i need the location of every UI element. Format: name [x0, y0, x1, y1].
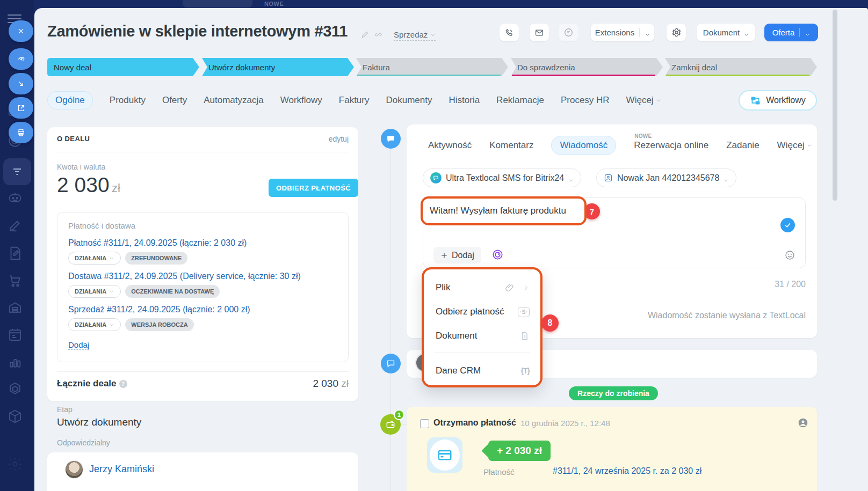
tab-historia[interactable]: Historia — [449, 95, 480, 106]
menu-item-dokument[interactable]: Dokument — [436, 329, 530, 342]
payment-tile — [427, 437, 462, 473]
sms-recipient-select[interactable]: Nowak Jan 442012345678 — [596, 168, 736, 187]
copy-link-icon[interactable] — [374, 30, 384, 40]
copilot-button[interactable] — [491, 248, 504, 263]
payment-amount-text: + 2 030 zł — [497, 445, 542, 457]
actions-dropdown[interactable]: DZIAŁANIA — [68, 252, 121, 265]
stage-faktura[interactable]: Faktura — [356, 58, 508, 76]
hexagon-icon[interactable] — [4, 378, 26, 400]
tab-automatyzacja[interactable]: Automatyzacja — [204, 95, 264, 106]
divider — [639, 28, 640, 37]
ai-chat-icon — [563, 27, 574, 38]
hint-step-badge-8: 8 — [541, 314, 559, 332]
tl-tab-wiecej[interactable]: Więcej — [777, 140, 813, 151]
owner-avatar[interactable] — [65, 460, 83, 479]
tl-tab-wiadomosc[interactable]: Wiadomość — [551, 136, 616, 155]
add-attachment-button[interactable]: Dodaj — [433, 247, 481, 263]
entry-author-button[interactable] — [798, 417, 808, 430]
copilot-icon — [491, 248, 504, 261]
chevron-down-icon — [568, 175, 574, 181]
print-button[interactable] — [9, 122, 33, 143]
stage-do-sprawdzenia[interactable]: Do sprawdzenia — [511, 58, 663, 76]
topband-nowe-label: NOWE — [264, 1, 284, 7]
pipeline-category-select[interactable]: Sprzedaż — [394, 30, 436, 41]
total-deals-currency: zł — [341, 378, 349, 389]
owner-field-label: Odpowiedzialny — [57, 438, 110, 447]
payment-item-link[interactable]: Płatność #311/1, 24.09.2025 (łącznie: 2 … — [68, 238, 247, 248]
actions-dropdown[interactable]: DZIAŁANIA — [68, 318, 121, 331]
bar-chart-icon[interactable] — [4, 351, 26, 373]
wallet-icon — [385, 419, 396, 430]
tab-dokumenty[interactable]: Dokumenty — [386, 95, 432, 106]
delivery-item-link[interactable]: Dostawa #311/2, 24.09.2025 (Delivery ser… — [68, 272, 301, 281]
robot-icon[interactable] — [4, 187, 26, 208]
warehouse-icon[interactable] — [4, 297, 26, 318]
tab-ogolne[interactable]: Ogólne — [47, 91, 93, 109]
tl-tab-komentarz[interactable]: Komentarz — [489, 140, 533, 151]
cart-icon[interactable] — [4, 270, 26, 291]
close-panel-button[interactable] — [9, 20, 33, 42]
document-icon — [520, 331, 530, 341]
tab-faktury[interactable]: Faktury — [339, 95, 370, 106]
chevron-down-icon — [743, 30, 749, 35]
collapse-button[interactable] — [9, 73, 33, 94]
tab-reklamacje[interactable]: Reklamacje — [496, 95, 544, 106]
tab-produkty[interactable]: Produkty — [110, 95, 146, 106]
ai-chat-button[interactable] — [559, 24, 578, 41]
extensions-dropdown[interactable]: Extensions — [591, 24, 654, 41]
owner-name-link[interactable]: Jerzy Kamiński — [89, 464, 154, 475]
entry-checkbox[interactable] — [420, 419, 429, 428]
stage-nowy-deal[interactable]: Nowy deal — [47, 58, 199, 76]
add-attachment-label: Dodaj — [452, 251, 474, 260]
actions-dropdown[interactable]: DZIAŁANIA — [68, 285, 121, 298]
call-button[interactable] — [500, 24, 519, 41]
signature-pen-icon[interactable] — [4, 215, 26, 236]
menu-item-odbierz-platnosc[interactable]: Odbierz płatność ·S· — [436, 305, 530, 318]
menu-item-dane-crm[interactable]: Dane CRM {T} — [436, 364, 530, 377]
stage-underline — [666, 75, 809, 76]
connector-line — [400, 363, 407, 363]
tl-tab-zadanie[interactable]: Zadanie — [726, 140, 759, 151]
settings-button[interactable] — [667, 24, 686, 41]
stage-field-label: Etap — [57, 405, 73, 414]
copy-link-button[interactable] — [9, 48, 33, 70]
sale-item-link[interactable]: Sprzedaż #311/2, 24.09.2025 (łącznie: 2 … — [68, 305, 250, 314]
dokument-dropdown[interactable]: Dokument — [697, 24, 755, 41]
edit-title-icon[interactable] — [360, 30, 370, 40]
tab-procesy-hr[interactable]: Procesy HR — [561, 95, 610, 106]
oferta-split-button[interactable]: Oferta — [764, 24, 818, 41]
menu-item-plik[interactable]: Plik — [436, 281, 530, 294]
amount-label: Kwota i waluta — [57, 163, 105, 171]
edit-deal-link[interactable]: edytuj — [329, 135, 349, 143]
sidebar-item-active-funnel[interactable] — [3, 158, 31, 185]
add-payment-link[interactable]: Dodaj — [68, 340, 89, 350]
workflowy-button[interactable]: Workflowy — [739, 90, 817, 111]
scrollbar[interactable] — [833, 10, 837, 201]
tab-workflowy[interactable]: Workflowy — [280, 95, 322, 106]
person-filled-icon — [798, 417, 808, 428]
emoji-button[interactable] — [784, 250, 795, 263]
chevron-down-icon — [724, 175, 729, 181]
payment-amount-badge: + 2 030 zł — [488, 441, 551, 461]
calendar-icon[interactable] — [4, 324, 26, 346]
package-box-icon[interactable] — [4, 406, 26, 427]
tab-wiecej[interactable]: Więcej — [626, 95, 662, 106]
message-input-highlighted[interactable]: Witam! Wysyłam fakturę produktu — [421, 196, 587, 225]
tab-oferty[interactable]: Oferty — [162, 95, 187, 106]
gear-dim-icon[interactable] — [4, 453, 26, 475]
help-icon[interactable] — [119, 380, 127, 388]
sms-provider-select[interactable]: Ultra Textlocal SMS for Bitrix24 — [423, 168, 581, 187]
tl-tab-aktywnosc[interactable]: Aktywność — [428, 140, 472, 151]
email-button[interactable] — [530, 24, 549, 41]
stage-zamknij-deal[interactable]: Zamknij deal — [665, 58, 817, 76]
oferta-label: Oferta — [772, 28, 795, 37]
receive-payment-button[interactable]: ODBIERZ PŁATNOŚĆ — [269, 179, 358, 197]
payment-row-link[interactable]: #311/1, 24 września 2025 r. za 2 030 zł — [553, 466, 701, 476]
stage-utworz-dokumenty[interactable]: Utwórz dokumenty — [202, 58, 354, 76]
divider — [57, 371, 349, 372]
tl-tab-rezerwacja[interactable]: NOWERezerwacja online — [634, 140, 708, 151]
open-in-new-window-button[interactable] — [9, 97, 33, 119]
confirm-send-toggle[interactable] — [780, 218, 795, 232]
chevron-down-icon — [656, 95, 661, 100]
document-edit-icon[interactable] — [4, 243, 26, 264]
